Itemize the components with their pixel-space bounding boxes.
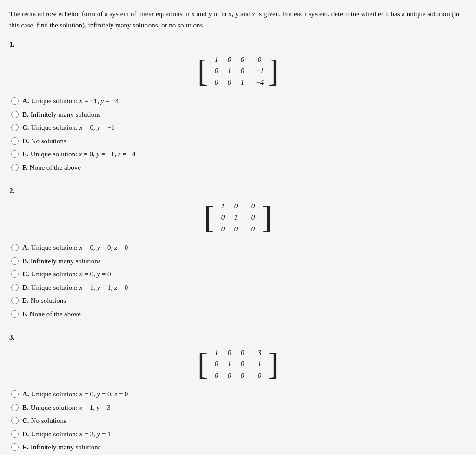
- radio-3-c[interactable]: [11, 417, 19, 424]
- matrix-cell-2-0: 0: [210, 77, 223, 88]
- problem-3: 3.[100301010000]A.Unique solution: x = 0…: [9, 332, 467, 455]
- radio-2-e[interactable]: [11, 297, 19, 304]
- option-letter-1-a: A.: [22, 96, 29, 107]
- option-text-1-b: Infinitely many solutions: [31, 109, 101, 120]
- bracket-left-icon: [: [198, 348, 208, 380]
- option-text-3-e: Infinitely many solutions: [31, 442, 101, 453]
- augmented-line: [251, 66, 251, 76]
- option-2-c[interactable]: C.Unique solution: x = 0, y = 0: [11, 269, 467, 280]
- radio-3-b[interactable]: [11, 404, 19, 411]
- matrix-cell-1-3: 1: [253, 359, 266, 369]
- option-letter-1-d: D.: [22, 136, 29, 147]
- matrix-cell-1-0: 0: [210, 359, 223, 369]
- option-letter-1-b: B.: [22, 109, 29, 120]
- option-letter-3-d: D.: [22, 429, 29, 440]
- matrix-cell-2-1: 0: [230, 224, 243, 234]
- option-text-3-c: No solutions: [31, 415, 66, 426]
- radio-1-d[interactable]: [11, 137, 19, 145]
- option-1-e[interactable]: E.Unique solution: x = 0, y = −1, z = −4: [11, 149, 467, 160]
- option-text-1-f: None of the above: [30, 162, 81, 173]
- radio-3-d[interactable]: [11, 430, 19, 438]
- option-text-1-a: Unique solution: x = −1, y = −4: [31, 96, 119, 107]
- augmented-line: [251, 78, 251, 87]
- matrix-cell-1-3: −1: [253, 66, 266, 76]
- matrix-cell-1-2: 0: [236, 66, 249, 76]
- augmented-line: [245, 213, 245, 222]
- matrix-cell-1-0: 0: [217, 212, 230, 223]
- radio-3-e[interactable]: [11, 443, 19, 451]
- matrix-row-0: 1003: [210, 348, 266, 358]
- radio-2-f[interactable]: [11, 310, 19, 318]
- matrix-cell-2-2: 0: [236, 370, 249, 381]
- augmented-line: [251, 359, 251, 369]
- option-3-e[interactable]: E.Infinitely many solutions: [11, 442, 467, 453]
- matrix-row-2: 001−4: [210, 77, 266, 88]
- matrix-cell-2-1: 0: [223, 370, 236, 381]
- matrix-cell-2-0: 0: [217, 224, 230, 234]
- option-1-d[interactable]: D.No solutions: [11, 136, 467, 147]
- matrix-cell-0-0: 1: [217, 201, 230, 212]
- augmented-line: [251, 55, 251, 65]
- option-letter-2-f: F.: [22, 309, 28, 320]
- matrix-cell-2-3: 0: [253, 370, 266, 381]
- option-text-2-d: Unique solution: x = 1, y = 1, z = 0: [31, 282, 128, 293]
- radio-1-f[interactable]: [11, 164, 19, 171]
- option-2-f[interactable]: F.None of the above: [11, 309, 467, 320]
- matrix-cell-0-1: 0: [223, 348, 236, 358]
- matrix-cell-2-2: 0: [247, 224, 260, 234]
- radio-2-a[interactable]: [11, 244, 19, 251]
- option-letter-3-c: C.: [22, 415, 29, 426]
- bracket-right-icon: ]: [262, 201, 272, 233]
- option-1-a[interactable]: A.Unique solution: x = −1, y = −4: [11, 96, 467, 107]
- matrix-row-2: 000: [217, 224, 260, 234]
- option-1-b[interactable]: B.Infinitely many solutions: [11, 109, 467, 120]
- radio-1-b[interactable]: [11, 111, 19, 118]
- option-2-a[interactable]: A.Unique solution: x = 0, y = 0, z = 0: [11, 242, 467, 253]
- option-1-f[interactable]: F.None of the above: [11, 162, 467, 173]
- radio-1-a[interactable]: [11, 97, 19, 105]
- options-3: A.Unique solution: x = 0, y = 0, z = 0B.…: [11, 389, 467, 455]
- matrix-cell-1-2: 0: [247, 212, 260, 223]
- option-text-1-c: Unique solution: x = 0, y = −1: [31, 122, 115, 133]
- intro-text: The reduced row echelon form of a system…: [9, 8, 465, 31]
- matrix-cell-0-1: 0: [223, 54, 236, 65]
- problem-number-1: 1.: [9, 39, 467, 50]
- option-text-2-b: Infinitely many solutions: [31, 256, 101, 267]
- option-3-a[interactable]: A.Unique solution: x = 0, y = 0, z = 0: [11, 389, 467, 400]
- option-letter-2-c: C.: [22, 269, 29, 280]
- option-text-2-a: Unique solution: x = 0, y = 0, z = 0: [31, 242, 128, 253]
- matrix-cell-2-0: 0: [210, 370, 223, 381]
- option-3-c[interactable]: C.No solutions: [11, 415, 467, 426]
- option-text-1-d: No solutions: [31, 136, 66, 147]
- option-text-3-d: Unique solution: x = 3, y = 1: [31, 429, 111, 440]
- matrix-cell-0-2: 0: [236, 348, 249, 358]
- option-text-3-b: Unique solution: x = 1, y = 3: [31, 402, 111, 413]
- bracket-left-icon: [: [204, 201, 215, 233]
- problem-number-3: 3.: [9, 332, 467, 343]
- augmented-line: [251, 348, 251, 358]
- radio-1-c[interactable]: [11, 124, 19, 131]
- matrix-cell-2-2: 1: [236, 77, 249, 88]
- matrix-cell-0-3: 0: [253, 54, 266, 65]
- radio-1-e[interactable]: [11, 150, 19, 158]
- option-2-d[interactable]: D.Unique solution: x = 1, y = 1, z = 0: [11, 282, 467, 293]
- radio-3-a[interactable]: [11, 390, 19, 398]
- option-text-1-e: Unique solution: x = 0, y = −1, z = −4: [31, 149, 136, 160]
- option-1-c[interactable]: C.Unique solution: x = 0, y = −1: [11, 122, 467, 133]
- matrix-cell-0-2: 0: [247, 201, 260, 212]
- option-text-3-a: Unique solution: x = 0, y = 0, z = 0: [31, 389, 128, 400]
- radio-2-c[interactable]: [11, 270, 19, 278]
- option-3-b[interactable]: B.Unique solution: x = 1, y = 3: [11, 402, 467, 413]
- option-2-e[interactable]: E.No solutions: [11, 295, 467, 306]
- option-2-b[interactable]: B.Infinitely many solutions: [11, 256, 467, 267]
- matrix-3: [100301010000]: [9, 348, 467, 381]
- radio-2-b[interactable]: [11, 257, 19, 265]
- option-3-d[interactable]: D.Unique solution: x = 3, y = 1: [11, 429, 467, 440]
- matrix-cell-0-1: 0: [230, 201, 243, 212]
- option-letter-3-b: B.: [22, 402, 29, 413]
- matrix-1: [1000010−1001−4]: [9, 54, 467, 88]
- augmented-line: [251, 371, 251, 381]
- radio-2-d[interactable]: [11, 284, 19, 291]
- option-letter-2-b: B.: [22, 256, 29, 267]
- bracket-right-icon: ]: [268, 348, 279, 380]
